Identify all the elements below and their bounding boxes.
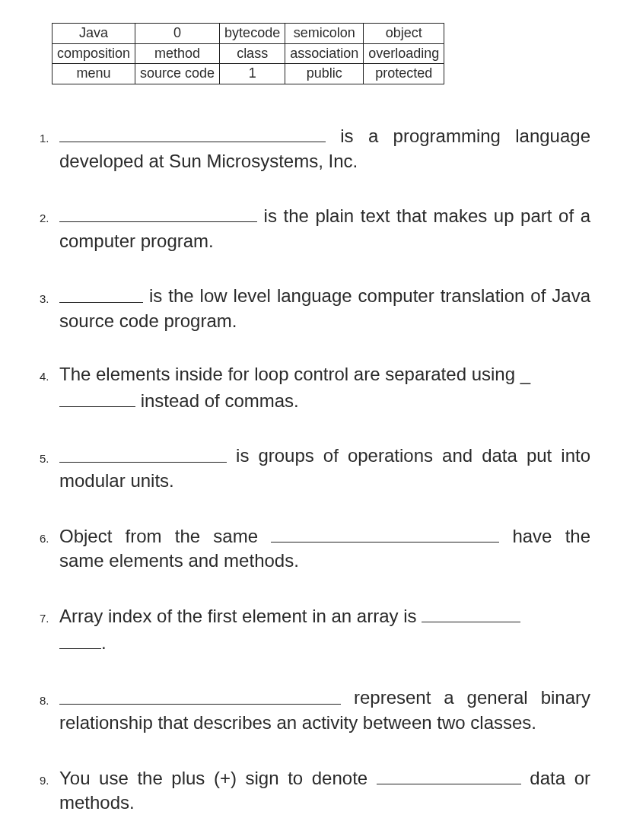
- wordbank-cell: association: [285, 43, 364, 64]
- wordbank-cell: 0: [135, 24, 220, 44]
- question-body: represent a general binary relationship …: [59, 684, 590, 735]
- wordbank-cell: protected: [364, 64, 444, 84]
- wordbank-cell: 1: [220, 64, 285, 84]
- wordbank-cell: public: [285, 64, 364, 84]
- question-text: _: [520, 364, 530, 384]
- question-number: 4.: [40, 368, 59, 384]
- fill-blank[interactable]: [271, 523, 499, 542]
- table-row: Java 0 bytecode semicolon object: [52, 24, 444, 44]
- fill-blank[interactable]: [59, 684, 341, 704]
- worksheet-page: Java 0 bytecode semicolon object composi…: [0, 0, 630, 840]
- question-body: The elements inside for loop control are…: [59, 362, 590, 413]
- question-body: is the low level language computer trans…: [59, 282, 590, 333]
- question-number: 8.: [40, 692, 59, 708]
- question-number: 6.: [40, 530, 59, 546]
- question-body: is groups of operations and data put int…: [59, 442, 590, 493]
- table-row: composition method class association ove…: [52, 43, 444, 64]
- question-body: Array index of the first element in an a…: [59, 603, 590, 656]
- question-8: 8. represent a general binary relationsh…: [40, 684, 590, 735]
- question-number: 9.: [40, 772, 59, 788]
- wordbank-cell: overloading: [364, 43, 444, 64]
- question-body: You use the plus (+) sign to denote data…: [59, 765, 590, 816]
- wordbank-cell: Java: [52, 24, 135, 44]
- fill-blank[interactable]: [59, 629, 101, 649]
- question-body: Object from the same have the same eleme…: [59, 523, 590, 574]
- question-number: 2.: [40, 209, 59, 226]
- question-number: 5.: [40, 450, 59, 466]
- question-text: Array index of the first element in an a…: [59, 606, 422, 626]
- question-number: 3.: [40, 290, 59, 307]
- wordbank-cell: menu: [52, 64, 135, 84]
- question-2: 2. is the plain text that makes up part …: [40, 202, 590, 253]
- wordbank-cell: semicolon: [285, 24, 364, 44]
- wordbank-cell: source code: [135, 64, 220, 84]
- word-bank-table: Java 0 bytecode semicolon object composi…: [52, 23, 444, 84]
- questions-list: 1. is a programming language developed a…: [38, 123, 592, 840]
- question-5: 5. is groups of operations and data put …: [40, 442, 590, 493]
- fill-blank[interactable]: [422, 603, 520, 622]
- fill-blank[interactable]: [59, 442, 227, 462]
- wordbank-cell: bytecode: [220, 24, 285, 44]
- question-number: 7.: [40, 609, 59, 626]
- question-text: You use the plus (+) sign to denote: [59, 768, 377, 788]
- question-text: instead of commas.: [135, 390, 299, 411]
- question-6: 6. Object from the same have the same el…: [40, 523, 590, 574]
- fill-blank[interactable]: [59, 387, 135, 407]
- fill-blank[interactable]: [59, 123, 326, 142]
- question-4: 4. The elements inside for loop control …: [40, 362, 590, 413]
- question-body: is the plain text that makes up part of …: [59, 202, 590, 253]
- question-body: is a programming language developed at S…: [59, 123, 590, 173]
- question-3: 3. is the low level language computer tr…: [40, 282, 590, 333]
- fill-blank[interactable]: [59, 282, 143, 302]
- question-7: 7. Array index of the first element in a…: [40, 603, 590, 656]
- question-1: 1. is a programming language developed a…: [40, 123, 590, 173]
- fill-blank[interactable]: [377, 765, 521, 784]
- wordbank-cell: object: [364, 24, 444, 44]
- question-9: 9. You use the plus (+) sign to denote d…: [40, 765, 590, 816]
- table-row: menu source code 1 public protected: [52, 64, 444, 84]
- question-text: Object from the same: [59, 526, 271, 546]
- question-number: 1.: [40, 129, 59, 146]
- fill-blank[interactable]: [59, 202, 257, 222]
- wordbank-cell: composition: [52, 43, 135, 64]
- wordbank-cell: method: [135, 43, 220, 64]
- wordbank-cell: class: [220, 43, 285, 64]
- question-text: .: [101, 632, 107, 653]
- question-text: The elements inside for loop control are…: [59, 364, 520, 384]
